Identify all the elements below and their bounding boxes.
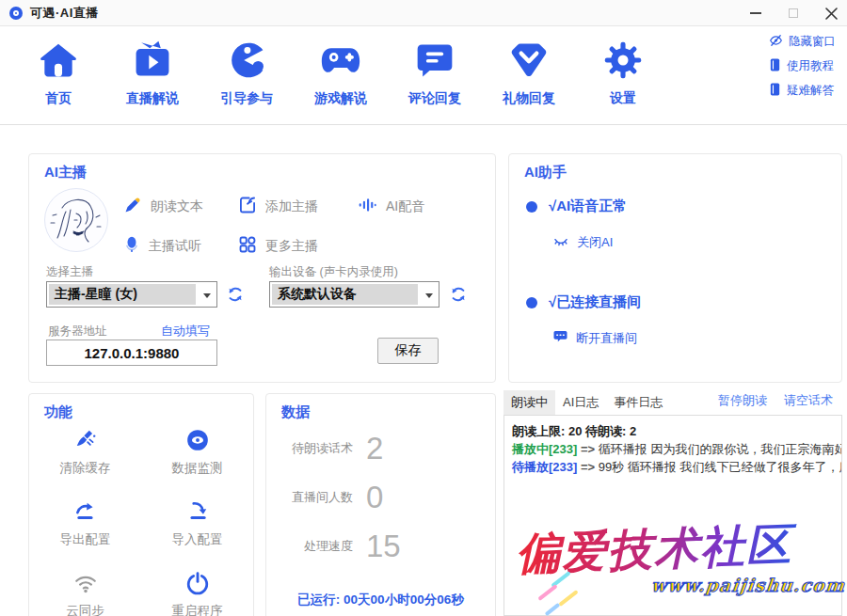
panel-data: 数据 待朗读话术 2 直播间人数 0 处理速度 15 已运行: 00天00小时0… — [265, 393, 496, 616]
save-button[interactable]: 保存 — [377, 338, 439, 364]
nav-item-settings[interactable]: 设置 — [580, 38, 666, 107]
log-entry: 待播放[233] => 99秒 循环播报 我们线下已经做了很多年了，所以说 — [512, 458, 834, 476]
grid-icon — [238, 235, 257, 258]
clear-cache-button[interactable]: 清除缓存 — [29, 428, 141, 477]
panel-ai-assistant: AI助手 √AI语音正常 关闭AI √已连接直播间 断开直播间 — [508, 153, 842, 383]
app-window: 可遇·AI直播 首页 直播解说 — [0, 0, 847, 616]
func-label: 重启程序 — [172, 603, 223, 616]
add-host-button[interactable]: 添加主播 — [238, 196, 318, 218]
nav-item-guide-participation[interactable]: 引导参与 — [203, 38, 290, 107]
comment-icon — [413, 38, 456, 83]
select-host-label: 选择主播 — [46, 264, 93, 280]
nav-label: 直播解说 — [126, 90, 179, 107]
room-connection-status: √已连接直播间 — [526, 293, 641, 311]
panel-title: 功能 — [44, 403, 72, 421]
autofill-link[interactable]: 自动填写 — [161, 323, 210, 340]
chevron-down-icon — [425, 293, 433, 298]
import-config-button[interactable]: 导入配置 — [141, 499, 253, 548]
refresh-host-button[interactable] — [223, 282, 248, 307]
log-summary: 朗读上限: 20 待朗读: 2 — [512, 422, 834, 440]
monitor-eye-icon — [185, 428, 210, 452]
audio-wave-icon — [357, 196, 377, 218]
host-audition-button[interactable]: 主播试听 — [123, 235, 201, 258]
log-section: 朗读中 AI日志 事件日志 暂停朗读 请空话术 朗读上限: 20 待朗读: 2 … — [503, 390, 842, 616]
app-logo-icon — [9, 7, 23, 20]
disconnect-room-label: 断开直播间 — [576, 330, 637, 347]
panel-functions: 功能 清除缓存 数据监测 — [28, 393, 254, 616]
action-label: 主播试听 — [149, 238, 201, 255]
read-text-button[interactable]: 朗读文本 — [123, 196, 203, 218]
title-bar: 可遇·AI直播 — [0, 0, 847, 26]
server-address-input[interactable] — [46, 340, 217, 366]
eye-closed-icon — [552, 233, 569, 251]
chat-bubble-icon — [552, 329, 568, 347]
panel-ai-host: AI主播 — [28, 153, 496, 383]
nav-item-home[interactable]: 首页 — [15, 38, 102, 107]
nav-link-label: 使用教程 — [787, 58, 834, 74]
panel-title: 数据 — [281, 403, 310, 421]
import-icon — [185, 499, 210, 524]
add-doc-icon — [238, 196, 257, 218]
tab-event-log[interactable]: 事件日志 — [606, 390, 670, 415]
metric-value: 0 — [366, 480, 383, 515]
broom-icon — [73, 428, 98, 452]
tab-reading[interactable]: 朗读中 — [503, 390, 555, 415]
status-dot-icon — [526, 297, 537, 308]
nav-item-game-commentary[interactable]: 游戏解说 — [297, 38, 384, 107]
nav-label: 首页 — [45, 90, 72, 107]
main-content: AI主播 — [0, 126, 847, 616]
panel-title: AI主播 — [44, 164, 87, 182]
refresh-device-button[interactable] — [446, 282, 471, 307]
nav-label: 礼物回复 — [503, 90, 555, 107]
log-entry: 播放中[233] => 循环播报 因为我们的跟你说，我们正宗海南妃子笑 — [512, 440, 834, 458]
maximize-button[interactable] — [785, 5, 802, 22]
chevron-down-icon — [203, 293, 211, 298]
output-device-value: 系统默认设备 — [272, 284, 418, 305]
nav-item-comment-reply[interactable]: 评论回复 — [392, 38, 478, 107]
export-icon — [73, 499, 98, 524]
troubleshooting-link[interactable]: 疑难解答 — [769, 83, 836, 99]
uptime-status: 已运行: 00天00小时00分06秒 — [266, 592, 495, 608]
data-monitor-button[interactable]: 数据监测 — [141, 428, 253, 477]
action-label: 添加主播 — [265, 198, 318, 215]
gear-icon — [601, 38, 645, 83]
tab-ai-log[interactable]: AI日志 — [555, 390, 606, 415]
minimize-button[interactable] — [747, 5, 764, 22]
close-button[interactable] — [823, 5, 839, 22]
output-device-select[interactable]: 系统默认设备 — [269, 281, 439, 308]
wifi-icon — [73, 571, 98, 595]
pause-reading-link[interactable]: 暂停朗读 — [718, 392, 767, 409]
restart-app-button[interactable]: 重启程序 — [141, 571, 253, 616]
cloud-sync-button[interactable]: 云同步 — [29, 571, 141, 616]
metric-room-viewers: 直播间人数 0 — [280, 481, 401, 514]
func-label: 云同步 — [66, 603, 104, 616]
host-select-value: 主播-星瞳 (女) — [49, 284, 196, 305]
live-tv-icon — [131, 38, 174, 83]
disconnect-room-button[interactable]: 断开直播间 — [552, 329, 637, 347]
main-nav: 首页 直播解说 引导参与 游戏解说 — [0, 26, 847, 125]
host-select[interactable]: 主播-星瞳 (女) — [46, 281, 217, 308]
gift-gem-icon — [507, 38, 551, 83]
ai-dubbing-button[interactable]: AI配音 — [357, 196, 424, 218]
close-ai-button[interactable]: 关闭AI — [552, 233, 613, 251]
metric-value: 2 — [366, 431, 383, 466]
action-label: 朗读文本 — [151, 198, 203, 215]
pencil-icon — [123, 196, 142, 218]
book-icon — [769, 58, 781, 74]
book-icon — [769, 83, 781, 99]
nav-item-live-commentary[interactable]: 直播解说 — [109, 38, 196, 107]
nav-link-label: 隐藏窗口 — [789, 34, 836, 50]
nav-label: 设置 — [610, 90, 636, 107]
log-content: 朗读上限: 20 待朗读: 2 播放中[233] => 循环播报 因为我们的跟你… — [503, 415, 842, 616]
host-avatar — [44, 188, 108, 252]
output-device-label: 输出设备 (声卡内录使用) — [269, 264, 398, 280]
hide-window-link[interactable]: 隐藏窗口 — [769, 34, 836, 50]
action-label: AI配音 — [386, 198, 424, 215]
nav-label: 游戏解说 — [314, 90, 367, 107]
clear-scripts-link[interactable]: 请空话术 — [784, 392, 833, 409]
tutorial-link[interactable]: 使用教程 — [769, 58, 836, 74]
more-hosts-button[interactable]: 更多主播 — [238, 235, 318, 258]
mic-icon — [123, 235, 140, 258]
export-config-button[interactable]: 导出配置 — [29, 499, 141, 548]
nav-item-gift-reply[interactable]: 礼物回复 — [486, 38, 572, 107]
